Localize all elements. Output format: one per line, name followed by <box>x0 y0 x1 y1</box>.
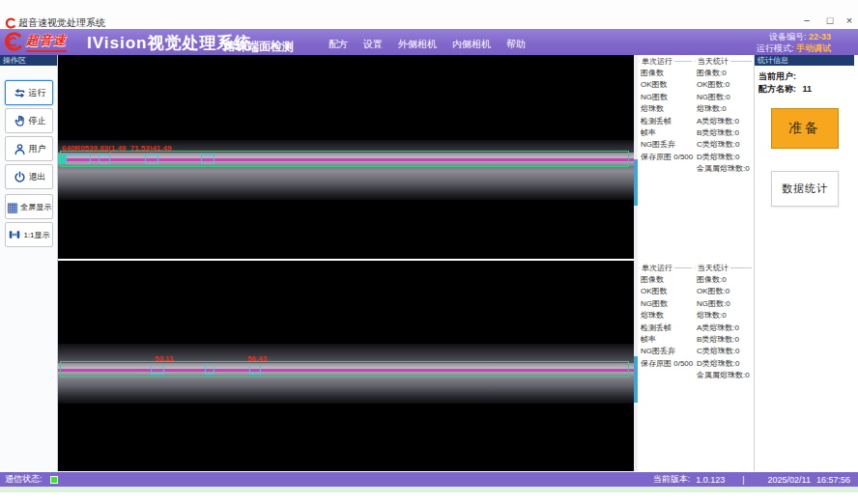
edge-marker <box>58 154 66 163</box>
brand-swoosh-icon <box>3 31 24 52</box>
statistics-info-panel: 统计信息 当前用户: 配方名称: 11 准备 数据统计 <box>754 55 854 471</box>
daily-stats-group: 当天统计 图像数:0OK图数:0NG图数:0熔珠数:0A类熔珠数:0B类熔珠数:… <box>695 267 752 469</box>
run-button-label: 运行 <box>29 87 46 99</box>
detection-roi-rect <box>60 361 629 378</box>
stat-row: A类熔珠数:0 <box>697 322 752 334</box>
menu-inner-camera[interactable]: 内侧相机 <box>452 38 491 51</box>
stat-row: B类熔珠数:0 <box>697 334 752 346</box>
user-button-label: 用户 <box>29 143 46 155</box>
feature-box <box>201 154 214 164</box>
stat-row: 帧率 <box>641 127 692 139</box>
recipe-name-value: 11 <box>803 84 813 94</box>
one-to-one-button-label: 1:1显示 <box>23 230 49 240</box>
stat-row: 帧率 <box>641 334 692 346</box>
user-button[interactable]: 用户 <box>5 136 53 161</box>
status-bar: 通信状态: 当前版本: 1.0.123 | 2025/02/11 16:57:5… <box>0 472 858 487</box>
prepare-button[interactable]: 准备 <box>771 108 839 149</box>
stop-button-label: 停止 <box>29 115 46 127</box>
daily-stats-title: 当天统计 <box>696 263 730 273</box>
stat-row: 熔珠数:0 <box>697 310 752 322</box>
menu-outer-camera[interactable]: 外侧相机 <box>398 38 437 51</box>
version-value: 1.0.123 <box>696 475 725 485</box>
camera-viewport-top: 640R0539.83(1.49 71.53)41.49 <box>58 55 634 259</box>
stat-row: 熔珠数 <box>641 103 692 115</box>
feature-box <box>249 365 261 375</box>
status-date: 2025/02/11 <box>768 475 811 485</box>
status-time: 16:57:56 <box>816 475 850 485</box>
stat-row: NG图数:0 <box>697 92 752 103</box>
statistics-info-title: 统计信息 <box>755 55 854 66</box>
main-menu: 配方 设置 外侧相机 内侧相机 帮助 <box>329 38 526 51</box>
stat-row: 检测丢帧 <box>641 322 692 334</box>
stat-row: NG图丢弃 <box>641 139 692 151</box>
stat-row: 图像数 <box>641 274 692 286</box>
exit-button[interactable]: 退出 <box>5 164 53 189</box>
separator: | <box>742 475 744 485</box>
recipe-name-row: 配方名称: 11 <box>758 83 812 96</box>
menu-recipe[interactable]: 配方 <box>329 38 348 51</box>
stop-button[interactable]: 停止 <box>5 108 53 133</box>
version-info: 当前版本: 1.0.123 | 2025/02/11 16:57:56 <box>647 473 850 486</box>
stat-row: 图像数:0 <box>697 274 752 286</box>
current-user-row: 当前用户: <box>758 70 800 83</box>
window-titlebar[interactable]: 超音速视觉处理系统 − □ × <box>0 0 858 29</box>
measurement-label: 53.11 <box>155 354 174 363</box>
single-run-title: 单次运行 <box>640 56 674 67</box>
comm-status-green-indicator <box>50 476 58 484</box>
comm-status-label: 通信状态: <box>5 473 43 486</box>
run-button[interactable]: 运行 <box>5 80 53 105</box>
stat-row: D类熔珠数:0 <box>697 152 752 163</box>
feature-box <box>151 365 164 375</box>
stat-row: 保存原图 0/500 <box>641 358 692 370</box>
run-cycle-icon <box>13 86 27 100</box>
single-run-group: 单次运行 图像数OK图数NG图数熔珠数检测丢帧帧率NG图丢弃保存原图 0/500 <box>639 267 692 469</box>
power-icon <box>13 170 27 184</box>
stat-row: NG图丢弃 <box>641 346 692 357</box>
user-icon <box>13 142 27 156</box>
stat-row: D类熔珠数:0 <box>697 358 752 370</box>
stat-row: 保存原图 0/500 <box>641 152 692 163</box>
daily-stats-title: 当天统计 <box>696 56 730 67</box>
run-mode-label: 运行模式: <box>757 43 794 53</box>
window-title: 超音速视觉处理系统 <box>18 16 105 30</box>
stat-row: A类熔珠数:0 <box>697 116 752 127</box>
device-number-label: 设备编号: <box>769 32 807 42</box>
stat-row: 检测丢帧 <box>641 116 692 127</box>
stat-row: OK图数:0 <box>697 79 752 91</box>
menu-help[interactable]: 帮助 <box>506 38 526 51</box>
stat-row: NG图数 <box>641 298 692 310</box>
operation-sidebar: 操作区 运行 停止 用户 <box>0 55 58 471</box>
bottom-strip <box>0 487 858 492</box>
stat-row: 金属屑熔珠数:0 <box>697 163 752 175</box>
operation-panel-title: 操作区 <box>0 55 57 66</box>
stat-row: 熔珠数 <box>641 310 692 322</box>
feature-box <box>145 154 158 164</box>
data-statistics-button[interactable]: 数据统计 <box>771 171 839 207</box>
camera-viewport-bottom: 53.11 56.43 <box>58 261 634 471</box>
stat-row: 金属屑熔珠数:0 <box>697 370 752 381</box>
stat-row: NG图数:0 <box>697 298 752 310</box>
device-number-value: 22-33 <box>809 32 831 42</box>
fullscreen-button-label: 全屏显示 <box>20 202 51 212</box>
version-label: 当前版本: <box>653 473 691 486</box>
measurement-label: 56.43 <box>247 354 267 363</box>
stat-row: 熔珠数:0 <box>697 103 752 115</box>
single-run-group: 单次运行 图像数OK图数NG图数熔珠数检测丢帧帧率NG图丢弃保存原图 0/500 <box>639 61 692 257</box>
brand-logo: 超音速 <box>3 31 67 52</box>
stat-row: 图像数:0 <box>697 68 752 79</box>
feature-box <box>205 365 214 375</box>
stat-row: NG图数 <box>641 92 692 103</box>
app-window: 超音速视觉处理系统 − □ × 超音速 IVision视觉处理系统 熔珠端面检测… <box>0 0 858 504</box>
feature-box <box>99 154 110 164</box>
one-to-one-button[interactable]: 1:1显示 <box>5 222 53 247</box>
close-button[interactable]: × <box>839 14 858 28</box>
menu-settings[interactable]: 设置 <box>363 38 383 51</box>
measurement-annotation: 640R0539.83(1.49 71.53)41.49 <box>62 144 171 153</box>
brand-logo-text: 超音速 <box>26 32 67 52</box>
restore-button[interactable]: □ <box>819 14 841 28</box>
fullscreen-button[interactable]: ▦ 全屏显示 <box>5 194 53 219</box>
stat-row: 图像数 <box>641 68 692 79</box>
minimize-button[interactable]: − <box>796 14 817 28</box>
device-info: 设备编号: 22-33 运行模式: 手动调试 <box>757 31 831 54</box>
stat-row: OK图数:0 <box>697 286 752 297</box>
